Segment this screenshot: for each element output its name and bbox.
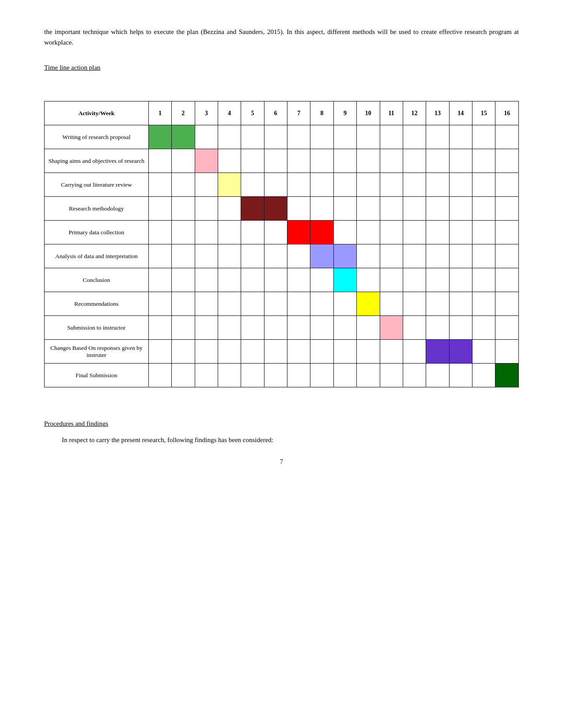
week-cell-7-13 bbox=[426, 292, 449, 316]
week-cell-10-8 bbox=[310, 364, 333, 387]
week-cell-1-6 bbox=[264, 149, 287, 173]
week-cell-0-11 bbox=[380, 125, 403, 149]
week-cell-6-12 bbox=[403, 268, 426, 292]
week-cell-1-7 bbox=[287, 149, 310, 173]
week-cell-6-4 bbox=[218, 268, 241, 292]
week-cell-2-14 bbox=[449, 173, 472, 197]
week-cell-9-12 bbox=[403, 340, 426, 364]
timeline-table: Activity/Week 1 2 3 4 5 6 7 8 9 10 11 12… bbox=[44, 101, 519, 387]
table-row: Carrying out literature review bbox=[45, 173, 519, 197]
week-cell-5-14 bbox=[449, 244, 472, 268]
week-cell-6-8 bbox=[310, 268, 333, 292]
header-week-9: 9 bbox=[333, 101, 356, 125]
activity-cell: Final Submission bbox=[45, 364, 149, 387]
week-cell-5-3 bbox=[195, 244, 218, 268]
week-cell-5-16 bbox=[495, 244, 519, 268]
week-cell-8-3 bbox=[195, 316, 218, 340]
week-cell-2-1 bbox=[148, 173, 171, 197]
week-cell-4-8 bbox=[310, 221, 333, 244]
header-week-8: 8 bbox=[310, 101, 333, 125]
week-cell-3-16 bbox=[495, 197, 519, 221]
week-cell-7-14 bbox=[449, 292, 472, 316]
week-cell-10-4 bbox=[218, 364, 241, 387]
week-cell-10-14 bbox=[449, 364, 472, 387]
week-cell-10-10 bbox=[357, 364, 380, 387]
week-cell-10-5 bbox=[241, 364, 264, 387]
week-cell-9-4 bbox=[218, 340, 241, 364]
week-cell-4-7 bbox=[287, 221, 310, 244]
week-cell-1-2 bbox=[172, 149, 195, 173]
week-cell-2-10 bbox=[357, 173, 380, 197]
week-cell-1-16 bbox=[495, 149, 519, 173]
week-cell-3-6 bbox=[264, 197, 287, 221]
week-cell-6-1 bbox=[148, 268, 171, 292]
week-cell-2-5 bbox=[241, 173, 264, 197]
table-row: Shaping aims and objectives of research bbox=[45, 149, 519, 173]
header-week-3: 3 bbox=[195, 101, 218, 125]
week-cell-8-14 bbox=[449, 316, 472, 340]
header-week-12: 12 bbox=[403, 101, 426, 125]
week-cell-8-10 bbox=[357, 316, 380, 340]
week-cell-2-7 bbox=[287, 173, 310, 197]
week-cell-2-11 bbox=[380, 173, 403, 197]
header-week-1: 1 bbox=[148, 101, 171, 125]
week-cell-7-4 bbox=[218, 292, 241, 316]
week-cell-4-2 bbox=[172, 221, 195, 244]
week-cell-9-5 bbox=[241, 340, 264, 364]
week-cell-6-3 bbox=[195, 268, 218, 292]
week-cell-2-6 bbox=[264, 173, 287, 197]
activity-cell: Conclusion bbox=[45, 268, 149, 292]
week-cell-8-2 bbox=[172, 316, 195, 340]
week-cell-9-9 bbox=[333, 340, 356, 364]
week-cell-9-15 bbox=[472, 340, 495, 364]
week-cell-0-14 bbox=[449, 125, 472, 149]
week-cell-8-9 bbox=[333, 316, 356, 340]
activity-cell: Analysis of data and interpretation bbox=[45, 244, 149, 268]
week-cell-2-9 bbox=[333, 173, 356, 197]
week-cell-0-9 bbox=[333, 125, 356, 149]
activity-cell: Primary data collection bbox=[45, 221, 149, 244]
header-week-5: 5 bbox=[241, 101, 264, 125]
week-cell-7-3 bbox=[195, 292, 218, 316]
week-cell-1-12 bbox=[403, 149, 426, 173]
week-cell-6-2 bbox=[172, 268, 195, 292]
week-cell-0-16 bbox=[495, 125, 519, 149]
activity-cell: Submission to instructor bbox=[45, 316, 149, 340]
header-week-13: 13 bbox=[426, 101, 449, 125]
activity-cell: Shaping aims and objectives of research bbox=[45, 149, 149, 173]
table-row: Writing of research proposal bbox=[45, 125, 519, 149]
header-week-15: 15 bbox=[472, 101, 495, 125]
week-cell-5-13 bbox=[426, 244, 449, 268]
week-cell-8-15 bbox=[472, 316, 495, 340]
week-cell-4-13 bbox=[426, 221, 449, 244]
week-cell-4-1 bbox=[148, 221, 171, 244]
table-row: Recommendations bbox=[45, 292, 519, 316]
week-cell-6-5 bbox=[241, 268, 264, 292]
week-cell-4-15 bbox=[472, 221, 495, 244]
week-cell-5-10 bbox=[357, 244, 380, 268]
week-cell-7-6 bbox=[264, 292, 287, 316]
week-cell-9-8 bbox=[310, 340, 333, 364]
header-week-2: 2 bbox=[172, 101, 195, 125]
week-cell-9-3 bbox=[195, 340, 218, 364]
week-cell-10-13 bbox=[426, 364, 449, 387]
week-cell-1-11 bbox=[380, 149, 403, 173]
week-cell-8-8 bbox=[310, 316, 333, 340]
table-row: Primary data collection bbox=[45, 221, 519, 244]
week-cell-1-5 bbox=[241, 149, 264, 173]
week-cell-8-5 bbox=[241, 316, 264, 340]
week-cell-6-9 bbox=[333, 268, 356, 292]
week-cell-8-16 bbox=[495, 316, 519, 340]
week-cell-5-15 bbox=[472, 244, 495, 268]
week-cell-0-3 bbox=[195, 125, 218, 149]
week-cell-1-10 bbox=[357, 149, 380, 173]
week-cell-3-5 bbox=[241, 197, 264, 221]
header-week-14: 14 bbox=[449, 101, 472, 125]
activity-cell: Changes Based On responses given by inst… bbox=[45, 340, 149, 364]
week-cell-1-1 bbox=[148, 149, 171, 173]
week-cell-2-3 bbox=[195, 173, 218, 197]
week-cell-8-11 bbox=[380, 316, 403, 340]
week-cell-7-9 bbox=[333, 292, 356, 316]
week-cell-2-2 bbox=[172, 173, 195, 197]
week-cell-6-15 bbox=[472, 268, 495, 292]
